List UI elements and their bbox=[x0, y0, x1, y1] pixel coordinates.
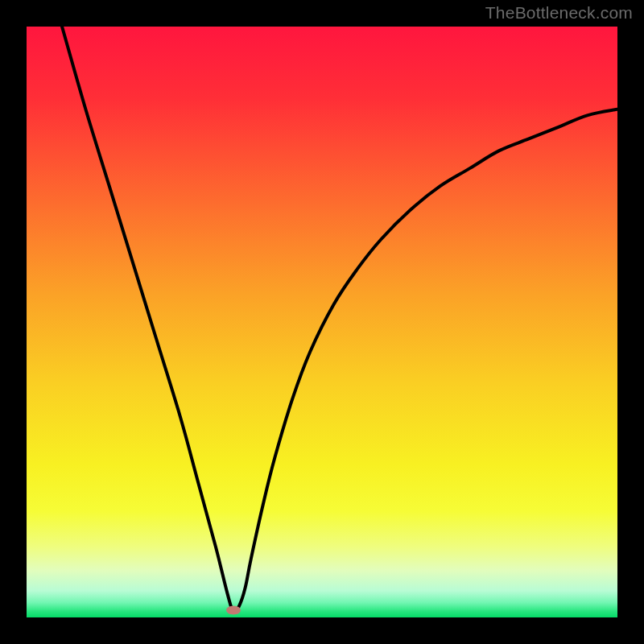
chart-stage: TheBottleneck.com bbox=[0, 0, 644, 644]
optimal-point-marker bbox=[226, 606, 241, 615]
curve-path bbox=[62, 27, 617, 612]
watermark-text: TheBottleneck.com bbox=[485, 3, 633, 23]
plot-area bbox=[27, 27, 617, 617]
bottleneck-curve bbox=[27, 27, 617, 617]
